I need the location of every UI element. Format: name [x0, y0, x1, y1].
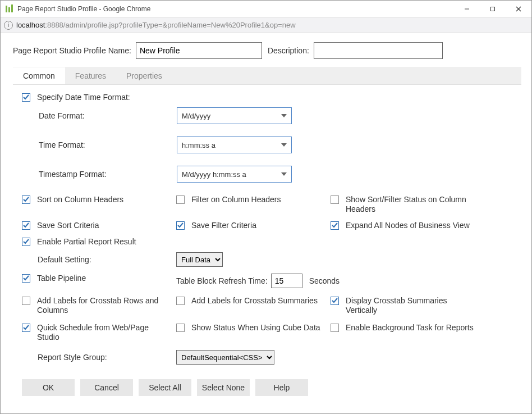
sort-on-column-headers-label: Sort on Column Headers — [37, 195, 123, 204]
save-filter-criteria-label: Save Filter Criteria — [191, 221, 256, 230]
specify-date-time-format-checkbox[interactable] — [22, 93, 30, 102]
profile-desc-label: Description: — [268, 46, 309, 55]
add-labels-crosstab-rows-cols-label: Add Labels for Crosstab Rows and Columns — [37, 296, 172, 315]
add-labels-crosstab-summaries-label: Add Labels for Crosstab Summaries — [191, 296, 318, 306]
time-format-label: Time Format: — [39, 140, 177, 149]
window-close-button[interactable] — [506, 1, 531, 17]
expand-all-nodes-checkbox[interactable] — [331, 221, 339, 230]
sort-on-column-headers-checkbox[interactable] — [22, 195, 30, 204]
svg-rect-4 — [491, 7, 495, 11]
window-minimize-button[interactable] — [454, 1, 480, 17]
default-setting-label: Default Setting: — [38, 255, 176, 264]
timestamp-format-label: Timestamp Format: — [39, 170, 177, 179]
refresh-time-unit: Seconds — [309, 276, 340, 285]
svg-rect-0 — [6, 6, 7, 12]
filter-on-column-headers-label: Filter on Column Headers — [191, 195, 281, 204]
show-sort-filter-status-label: Show Sort/Filter Status on Column Header… — [346, 195, 480, 214]
save-filter-criteria-checkbox[interactable] — [176, 221, 185, 230]
window-title: Page Report Studio Profile - Google Chro… — [17, 5, 150, 13]
timestamp-format-value: M/d/yyyy h:mm:ss a — [182, 170, 246, 179]
display-crosstab-vertically-checkbox[interactable] — [331, 297, 339, 305]
enable-background-task-label: Enable Background Task for Reports — [346, 323, 474, 333]
profile-desc-input[interactable] — [314, 42, 443, 59]
options-grid-1: Sort on Column Headers Filter on Column … — [22, 195, 521, 247]
site-info-icon[interactable]: i — [4, 21, 13, 30]
svg-rect-2 — [11, 4, 13, 12]
window-titlebar: Page Report Studio Profile - Google Chro… — [1, 1, 531, 17]
time-format-value: h:mm:ss a — [182, 141, 215, 149]
profile-name-input[interactable] — [136, 42, 262, 59]
url-path: :8888/admin/profile.jsp?profileType=&pro… — [45, 21, 295, 29]
enable-background-task-checkbox[interactable] — [331, 324, 339, 332]
table-pipeline-label: Table Pipeline — [37, 274, 86, 283]
svg-rect-1 — [8, 7, 10, 12]
show-status-cube-data-label: Show Status When Using Cube Data — [191, 323, 320, 333]
window-maximize-button[interactable] — [480, 1, 506, 17]
quick-schedule-checkbox[interactable] — [22, 324, 30, 332]
chevron-down-icon — [281, 114, 287, 117]
date-format-label: Date Format: — [39, 111, 177, 120]
tab-properties[interactable]: Properties — [116, 67, 172, 84]
add-labels-crosstab-summaries-checkbox[interactable] — [176, 297, 185, 305]
default-setting-select[interactable]: Full Data — [176, 252, 223, 267]
select-all-button[interactable]: Select All — [139, 379, 191, 396]
show-sort-filter-status-checkbox[interactable] — [331, 195, 339, 204]
date-format-dropdown[interactable]: M/d/yyyy — [177, 107, 292, 124]
chevron-down-icon — [281, 172, 287, 176]
filter-on-column-headers-checkbox[interactable] — [176, 195, 185, 204]
report-style-group-label: Report Style Group: — [38, 353, 176, 362]
enable-partial-report-label: Enable Partial Report Result — [37, 237, 136, 247]
url-host: localhost — [16, 21, 45, 29]
display-crosstab-vertically-label: Display Crosstab Summaries Vertically — [346, 296, 480, 315]
cancel-button[interactable]: Cancel — [80, 379, 133, 396]
timestamp-format-dropdown[interactable]: M/d/yyyy h:mm:ss a — [177, 166, 292, 183]
report-style-group-select[interactable]: DefaultSequential<CSS> — [176, 350, 274, 365]
refresh-time-input[interactable] — [271, 274, 302, 288]
select-none-button[interactable]: Select None — [197, 379, 250, 396]
time-format-dropdown[interactable]: h:mm:ss a — [177, 137, 292, 153]
profile-name-label: Page Report Studio Profile Name: — [13, 46, 131, 55]
save-sort-criteria-label: Save Sort Criteria — [37, 221, 99, 230]
specify-date-time-format-label: Specify Date Time Format: — [37, 93, 130, 102]
add-labels-crosstab-rows-cols-checkbox[interactable] — [22, 297, 30, 305]
enable-partial-report-checkbox[interactable] — [22, 238, 30, 246]
ok-button[interactable]: OK — [22, 379, 75, 396]
tab-common[interactable]: Common — [13, 67, 65, 84]
quick-schedule-label: Quick Schedule from Web/Page Studio — [37, 323, 172, 342]
url-bar: i localhost:8888/admin/profile.jsp?profi… — [1, 17, 531, 33]
date-format-value: M/d/yyyy — [182, 112, 210, 120]
tabs: Common Features Properties — [13, 67, 521, 85]
show-status-cube-data-checkbox[interactable] — [176, 324, 185, 332]
refresh-time-label: Table Block Refresh Time: — [176, 276, 268, 285]
app-icon — [5, 4, 14, 13]
tab-features[interactable]: Features — [65, 67, 116, 84]
save-sort-criteria-checkbox[interactable] — [22, 221, 30, 230]
expand-all-nodes-label: Expand All Nodes of Business View — [346, 221, 470, 230]
table-pipeline-checkbox[interactable] — [22, 274, 30, 283]
help-button[interactable]: Help — [255, 379, 308, 396]
chevron-down-icon — [281, 143, 287, 147]
